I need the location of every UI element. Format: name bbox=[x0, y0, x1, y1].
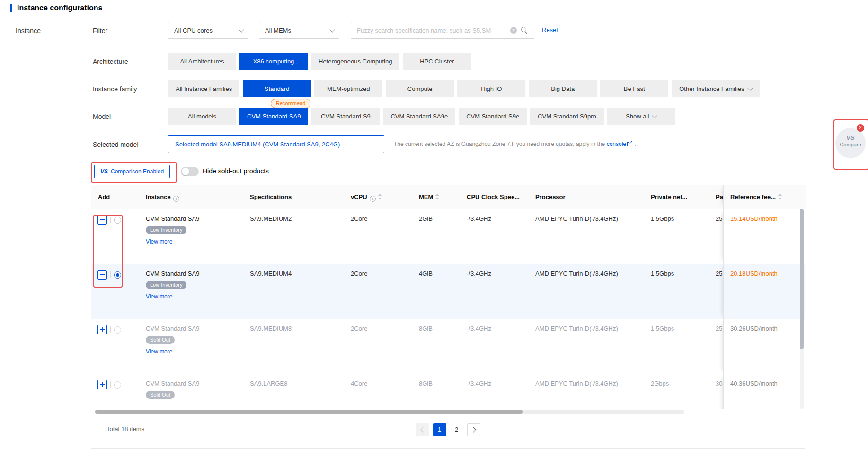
model-options: All models CVM Standard SA9 CVM Standard… bbox=[168, 108, 679, 125]
horizontal-scrollbar bbox=[91, 409, 805, 414]
clock-cell: -/3.4GHz bbox=[467, 215, 491, 222]
model-option-s9e[interactable]: CVM Standard S9e bbox=[459, 108, 527, 125]
pa-cell: 30 bbox=[716, 380, 722, 387]
selected-model-box[interactable]: Selected model SA9.MEDIUM4 (CVM Standard… bbox=[168, 135, 384, 153]
info-icon[interactable] bbox=[370, 196, 376, 202]
hide-sold-out-label: Hide sold-out products bbox=[203, 167, 269, 175]
clock-cell: -/3.4GHz bbox=[467, 270, 491, 277]
model-option-sa9e[interactable]: CVM Standard SA9e bbox=[383, 108, 455, 125]
horizontal-scrollbar-thumb[interactable] bbox=[95, 410, 523, 414]
model-option-all[interactable]: All models bbox=[168, 108, 236, 125]
fuzzy-search-input[interactable] bbox=[351, 27, 510, 34]
vs-icon: VS bbox=[100, 168, 108, 175]
model-option-s9pro[interactable]: CVM Standard S9pro bbox=[530, 108, 604, 125]
vcpu-cell: 2Core bbox=[351, 215, 367, 222]
vcpu-cell: 2Core bbox=[351, 270, 367, 277]
mem-cell: 2GiB bbox=[419, 215, 433, 222]
architecture-option-hpc[interactable]: HPC Cluster bbox=[403, 53, 471, 70]
page-2-button[interactable]: 2 bbox=[450, 423, 463, 436]
filter-label: Filter bbox=[93, 27, 107, 35]
family-option-all[interactable]: All Instance Families bbox=[168, 80, 239, 97]
sort-icon[interactable] bbox=[378, 194, 382, 200]
header-vcpu-label: vCPU bbox=[351, 193, 367, 200]
table-row: CVM Standard SA9 Sold Out View more SA9.… bbox=[91, 319, 805, 374]
architecture-label: Architecture bbox=[93, 58, 128, 65]
view-more-link[interactable]: View more bbox=[146, 348, 199, 355]
select-instance-radio[interactable] bbox=[114, 326, 121, 334]
inventory-badge: Low Inventory bbox=[146, 226, 186, 234]
select-instance-radio[interactable] bbox=[114, 271, 121, 279]
select-instance-radio[interactable] bbox=[114, 381, 121, 389]
remove-instance-button[interactable] bbox=[97, 215, 107, 225]
add-instance-button[interactable] bbox=[97, 325, 107, 334]
family-option-compute[interactable]: Compute bbox=[386, 80, 454, 97]
specifications-cell: SA9.MEDIUM8 bbox=[250, 325, 292, 332]
comparison-enabled-label: Comparison Enabled bbox=[111, 168, 164, 175]
model-option-sa9[interactable]: CVM Standard SA9 bbox=[239, 108, 308, 125]
private-net-cell: 1.5Gbps bbox=[651, 270, 674, 277]
info-icon[interactable] bbox=[173, 196, 179, 202]
mem-cell: 8GiB bbox=[419, 380, 433, 387]
view-more-link[interactable]: View more bbox=[146, 238, 199, 245]
chevron-down-icon bbox=[652, 113, 657, 118]
add-instance-button[interactable] bbox=[97, 380, 107, 389]
view-more-link[interactable]: View more bbox=[146, 293, 199, 300]
vertical-scrollbar bbox=[800, 209, 804, 409]
instance-cell: CVM Standard SA9 Sold Out bbox=[146, 380, 199, 399]
instance-name: CVM Standard SA9 bbox=[146, 325, 199, 332]
next-page-button[interactable] bbox=[467, 423, 480, 436]
private-net-cell: 2Gbps bbox=[651, 380, 669, 387]
hide-sold-out-toggle[interactable] bbox=[181, 167, 199, 176]
console-link[interactable]: console bbox=[607, 141, 626, 147]
family-option-standard[interactable]: Standard bbox=[243, 80, 311, 97]
mem-select[interactable]: All MEMs bbox=[259, 22, 339, 39]
sort-icon[interactable] bbox=[435, 194, 439, 200]
az-note-end: . bbox=[635, 141, 636, 147]
page-title: Instance configurations bbox=[17, 4, 102, 12]
vertical-scrollbar-thumb[interactable] bbox=[800, 209, 804, 349]
table-body: CVM Standard SA9 Low Inventory View more… bbox=[91, 209, 805, 410]
page-1-button[interactable]: 1 bbox=[433, 423, 446, 436]
reference-fee-cell: 15.14USD/month bbox=[723, 209, 805, 264]
architecture-option-heterogeneous[interactable]: Heterogeneous Computing bbox=[311, 53, 399, 70]
cpu-cores-select[interactable]: All CPU cores bbox=[168, 22, 248, 39]
family-option-mem-optimized[interactable]: MEM-optimized bbox=[314, 80, 382, 97]
reset-link[interactable]: Reset bbox=[542, 27, 558, 34]
family-option-big-data[interactable]: Big Data bbox=[529, 80, 597, 97]
row-actions bbox=[97, 270, 121, 280]
family-option-other-dropdown[interactable]: Other Instance Families bbox=[672, 80, 759, 97]
model-option-show-all[interactable]: Show all bbox=[607, 108, 675, 125]
row-actions bbox=[97, 215, 121, 225]
clear-search-icon[interactable] bbox=[510, 27, 517, 34]
select-instance-radio[interactable] bbox=[114, 217, 121, 224]
vcpu-cell: 4Core bbox=[351, 380, 367, 387]
instance-cell: CVM Standard SA9 Sold Out View more bbox=[146, 325, 199, 355]
comparison-enabled-button[interactable]: VS Comparison Enabled bbox=[94, 165, 170, 178]
family-option-be-fast[interactable]: Be Fast bbox=[600, 80, 668, 97]
architecture-option-x86[interactable]: X86 computing bbox=[239, 53, 308, 70]
annotation-compare-widget: VS Compare 2 bbox=[833, 119, 868, 170]
instance-name: CVM Standard SA9 bbox=[146, 215, 199, 222]
vcpu-cell: 2Core bbox=[351, 325, 367, 332]
specifications-cell: SA9.MEDIUM2 bbox=[250, 215, 292, 222]
reference-fee-cell: 20.18USD/month bbox=[723, 264, 805, 319]
processor-cell: AMD EPYC Turin-D(-/3.4GHz) bbox=[535, 215, 618, 222]
prev-page-button[interactable] bbox=[416, 423, 429, 436]
model-option-s9[interactable]: CVM Standard S9 bbox=[311, 108, 380, 125]
table-row: CVM Standard SA9 Low Inventory View more… bbox=[91, 264, 805, 319]
processor-cell: AMD EPYC Turin-D(-/3.4GHz) bbox=[535, 380, 618, 387]
compare-button[interactable]: VS Compare bbox=[835, 128, 866, 158]
private-net-cell: 1.5Gbps bbox=[651, 215, 674, 222]
header-processor: Processor bbox=[535, 193, 566, 200]
family-option-high-io[interactable]: High IO bbox=[457, 80, 525, 97]
architecture-option-all[interactable]: All Architectures bbox=[168, 53, 236, 70]
sort-icon[interactable] bbox=[778, 194, 782, 200]
mem-select-value: All MEMs bbox=[265, 27, 291, 34]
instance-name: CVM Standard SA9 bbox=[146, 270, 199, 277]
table-footer: Total 18 items 1 2 bbox=[91, 414, 805, 448]
remove-instance-button[interactable] bbox=[97, 270, 107, 280]
search-icon[interactable] bbox=[521, 27, 528, 34]
mem-cell: 4GiB bbox=[419, 270, 433, 277]
compare-count-badge: 2 bbox=[857, 124, 864, 132]
chevron-left-icon bbox=[420, 427, 425, 432]
